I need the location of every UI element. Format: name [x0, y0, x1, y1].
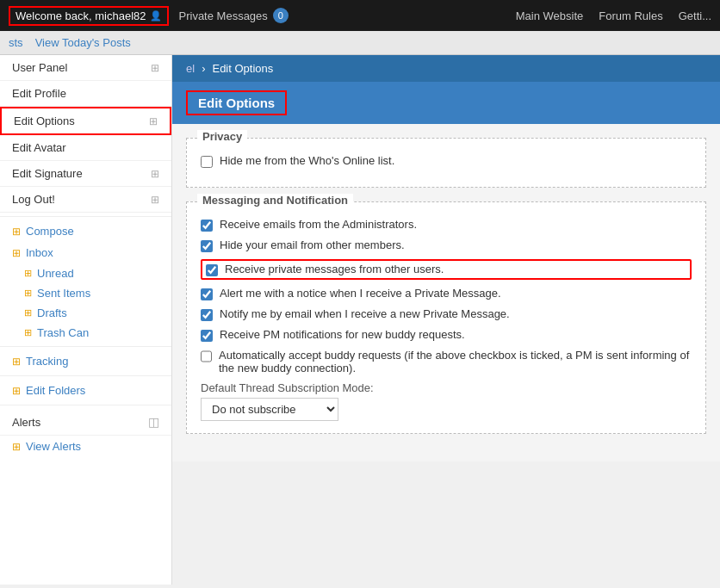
- top-navbar: Welcome back, michael82 👤 Private Messag…: [0, 0, 720, 31]
- breadcrumb: el › Edit Options: [172, 55, 720, 82]
- nav-todays-posts[interactable]: View Today's Posts: [35, 36, 131, 49]
- pm-count-badge: 0: [273, 8, 289, 23]
- forum-rules-link[interactable]: Forum Rules: [599, 9, 662, 22]
- secondary-navbar: sts View Today's Posts: [0, 31, 720, 55]
- sent-items-icon: ⊞: [24, 288, 32, 299]
- sidebar-unread-label: Unread: [37, 267, 74, 280]
- sidebar-tracking[interactable]: ⊞ Tracking: [0, 350, 171, 372]
- messaging-fieldset: Messaging and Notification Receive email…: [186, 201, 706, 434]
- sidebar-inbox[interactable]: ⊞ Inbox: [0, 242, 171, 263]
- breadcrumb-separator: ›: [202, 62, 205, 75]
- msg-hide-email-row: Hide your email from other members.: [201, 238, 692, 252]
- messaging-legend: Messaging and Notification: [197, 194, 353, 207]
- msg-auto-buddy-label: Automatically accept buddy requests (if …: [219, 349, 692, 374]
- msg-alert-pm-row: Alert me with a notice when I receive a …: [201, 287, 692, 300]
- sidebar-logout[interactable]: Log Out! ⊞: [0, 187, 171, 213]
- sidebar-view-alerts-label: View Alerts: [26, 440, 81, 453]
- welcome-text: Welcome back, michael82: [16, 9, 146, 22]
- main-layout: User Panel ⊞ Edit Profile Edit Options ⊞…: [0, 55, 720, 585]
- msg-receive-admin-emails-checkbox[interactable]: [201, 220, 213, 232]
- section-title: Edit Options: [186, 90, 287, 115]
- msg-alert-pm-checkbox[interactable]: [201, 288, 213, 300]
- edit-signature-icon: ⊞: [151, 168, 159, 180]
- sidebar-tracking-label: Tracking: [26, 355, 68, 368]
- sidebar-edit-profile[interactable]: Edit Profile: [0, 81, 171, 107]
- sidebar-edit-folders[interactable]: ⊞ Edit Folders: [0, 380, 171, 401]
- sidebar-user-panel[interactable]: User Panel ⊞: [0, 55, 171, 81]
- sidebar-edit-options[interactable]: Edit Options ⊞: [0, 107, 171, 135]
- privacy-hide-online-row: Hide me from the Who's Online list.: [201, 154, 692, 168]
- sidebar-compose-label: Compose: [26, 225, 74, 238]
- msg-auto-buddy-checkbox[interactable]: [201, 350, 212, 362]
- nav-posts[interactable]: sts: [9, 36, 23, 49]
- inbox-icon: ⊞: [12, 247, 21, 259]
- pm-label: Private Messages: [179, 9, 268, 22]
- user-icon: 👤: [150, 10, 162, 22]
- sidebar-edit-avatar[interactable]: Edit Avatar: [0, 135, 171, 161]
- sidebar-drafts[interactable]: ⊞ Drafts: [0, 303, 171, 323]
- msg-receive-pm-checkbox[interactable]: [206, 264, 218, 276]
- privacy-hide-online-label: Hide me from the Who's Online list.: [220, 154, 394, 167]
- msg-buddy-pm-checkbox[interactable]: [201, 330, 213, 342]
- msg-email-pm-checkbox[interactable]: [201, 309, 213, 321]
- sidebar-edit-options-label: Edit Options: [14, 115, 75, 127]
- main-content-area: el › Edit Options Edit Options Privacy H…: [172, 55, 720, 585]
- compose-icon: ⊞: [12, 226, 21, 238]
- msg-email-pm-label: Notify me by email when I receive a new …: [220, 307, 510, 320]
- sidebar-divider-4: [0, 405, 171, 405]
- sidebar-unread[interactable]: ⊞ Unread: [0, 263, 171, 283]
- msg-receive-pm-label: Receive private messages from other user…: [225, 263, 444, 275]
- main-website-link[interactable]: Main Website: [516, 9, 584, 22]
- sidebar: User Panel ⊞ Edit Profile Edit Options ⊞…: [0, 55, 172, 585]
- sidebar-drafts-label: Drafts: [37, 306, 67, 319]
- alerts-collapse-icon[interactable]: ◫: [148, 415, 159, 429]
- msg-receive-admin-emails-row: Receive emails from the Administrators.: [201, 218, 692, 232]
- page-content: Edit Options Privacy Hide me from the Wh…: [172, 82, 720, 461]
- privacy-fieldset: Privacy Hide me from the Who's Online li…: [186, 138, 706, 188]
- edit-folders-icon: ⊞: [12, 385, 21, 397]
- sidebar-compose[interactable]: ⊞ Compose: [0, 220, 171, 242]
- msg-auto-buddy-row: Automatically accept buddy requests (if …: [201, 349, 692, 374]
- welcome-banner: Welcome back, michael82 👤: [9, 6, 169, 26]
- content-area: Privacy Hide me from the Who's Online li…: [172, 124, 720, 461]
- msg-buddy-pm-row: Receive PM notifications for new buddy r…: [201, 328, 692, 342]
- sidebar-trash-can-label: Trash Can: [37, 326, 89, 339]
- sidebar-edit-folders-label: Edit Folders: [26, 384, 85, 397]
- sidebar-view-alerts[interactable]: ⊞ View Alerts: [0, 436, 171, 457]
- msg-alert-pm-label: Alert me with a notice when I receive a …: [220, 287, 501, 300]
- sidebar-sent-items[interactable]: ⊞ Sent Items: [0, 283, 171, 303]
- getting-started-link[interactable]: Getti...: [679, 9, 711, 22]
- sidebar-divider-2: [0, 346, 171, 347]
- logout-icon: ⊞: [151, 194, 159, 206]
- sidebar-edit-signature[interactable]: Edit Signature ⊞: [0, 161, 171, 187]
- drafts-icon: ⊞: [24, 307, 32, 319]
- trash-can-icon: ⊞: [24, 327, 32, 338]
- section-header-bar: Edit Options: [172, 82, 720, 124]
- subscription-select[interactable]: Do not subscribe: [201, 398, 338, 421]
- sidebar-edit-profile-label: Edit Profile: [12, 87, 66, 100]
- user-panel-icon: ⊞: [151, 62, 159, 74]
- sidebar-edit-signature-label: Edit Signature: [12, 167, 83, 180]
- msg-receive-admin-emails-label: Receive emails from the Administrators.: [220, 218, 417, 231]
- edit-options-icon: ⊞: [149, 115, 158, 127]
- tracking-icon: ⊞: [12, 356, 21, 368]
- msg-email-pm-row: Notify me by email when I receive a new …: [201, 307, 692, 321]
- privacy-hide-online-checkbox[interactable]: [201, 156, 213, 168]
- msg-hide-email-checkbox[interactable]: [201, 240, 213, 252]
- sidebar-divider-3: [0, 375, 171, 376]
- sidebar-trash-can[interactable]: ⊞ Trash Can: [0, 323, 171, 343]
- breadcrumb-link[interactable]: el: [186, 62, 195, 75]
- sidebar-divider-1: [0, 216, 171, 217]
- top-nav-links: Main Website Forum Rules Getti...: [516, 9, 711, 22]
- sidebar-logout-label: Log Out!: [12, 193, 55, 206]
- view-alerts-icon: ⊞: [12, 441, 21, 453]
- messaging-fields: Receive emails from the Administrators. …: [201, 218, 692, 421]
- private-messages-nav[interactable]: Private Messages 0: [179, 8, 289, 23]
- sidebar-inbox-label: Inbox: [26, 246, 53, 259]
- msg-receive-pm-row: Receive private messages from other user…: [201, 259, 692, 280]
- subscription-label: Default Thread Subscription Mode:: [201, 381, 692, 394]
- privacy-legend: Privacy: [197, 130, 247, 143]
- sidebar-alerts-label: Alerts: [12, 416, 40, 429]
- msg-buddy-pm-label: Receive PM notifications for new buddy r…: [220, 328, 465, 341]
- sidebar-user-panel-label: User Panel: [12, 61, 67, 74]
